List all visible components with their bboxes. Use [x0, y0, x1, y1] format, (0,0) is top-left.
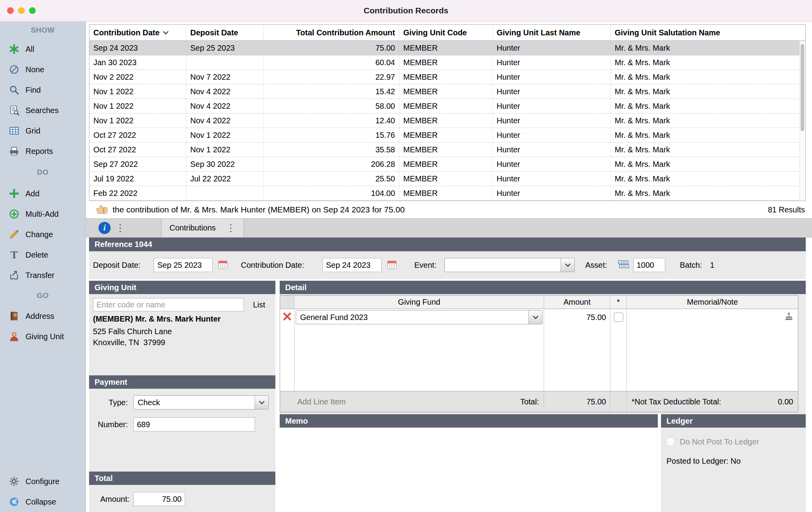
list-button[interactable]: List [253, 298, 265, 311]
table-cell: MEMBER [399, 41, 493, 55]
sidebar-item-label: Delete [25, 251, 48, 260]
sidebar-section-header-go: GO [0, 285, 86, 306]
giving-unit-person-icon [9, 331, 20, 342]
contribution-date-calendar-icon[interactable] [386, 259, 397, 270]
asset-banknotes-icon[interactable] [618, 259, 630, 269]
table-cell: MEMBER [399, 70, 493, 84]
ledger-header: Ledger [661, 414, 806, 428]
record-pointer-icon [96, 205, 108, 215]
not-tax-deductible-cell [610, 309, 627, 325]
giving-unit-search-input[interactable] [93, 298, 244, 311]
sidebar-item-grid[interactable]: Grid [0, 121, 86, 141]
table-row[interactable]: Jan 30 202360.04MEMBERHunterMr. & Mrs. M… [89, 55, 800, 70]
detail-column-star: * [610, 296, 627, 309]
sidebar-item-transfer[interactable]: Transfer [0, 265, 86, 285]
table-row[interactable]: Feb 22 2022104.00MEMBERHunterMr. & Mrs. … [89, 186, 800, 201]
scrollbar-thumb[interactable] [801, 44, 804, 131]
column-header-giving-unit-last-name[interactable]: Giving Unit Last Name [493, 25, 611, 40]
not-tax-deductible-checkbox[interactable] [614, 313, 623, 322]
posted-to-ledger-text: Posted to Ledger: No [666, 457, 741, 466]
column-header-contribution-date[interactable]: Contribution Date [89, 25, 186, 40]
remove-line-button[interactable] [280, 309, 295, 325]
asset-label: Asset: [585, 258, 607, 272]
chevron-down-icon[interactable] [255, 396, 268, 409]
sidebar-item-collapse[interactable]: Collapse [0, 492, 86, 512]
tab-bar: i ⋮ Contributions ⋮ [86, 218, 812, 238]
vertical-scrollbar[interactable] [799, 41, 805, 201]
column-header-giving-unit-salutation-name[interactable]: Giving Unit Salutation Name [611, 25, 805, 40]
deposit-date-input[interactable] [154, 258, 213, 272]
memo-input[interactable] [280, 428, 658, 512]
table-row[interactable]: Jul 19 2022Jul 22 202225.50MEMBERHunterM… [89, 172, 800, 186]
giving-fund-cell: General Fund 2023 [295, 309, 544, 325]
tab-contributions[interactable]: Contributions ⋮ [161, 219, 244, 237]
find-magnifier-icon [9, 84, 20, 95]
close-button[interactable] [7, 7, 14, 14]
table-cell: 206.28 [264, 157, 399, 171]
memorial-note-cell[interactable] [627, 309, 798, 325]
event-dropdown[interactable] [444, 258, 575, 272]
sidebar-item-find[interactable]: Find [0, 80, 86, 100]
detail-total-label: Total: [520, 397, 544, 406]
add-plus-icon [9, 188, 20, 199]
table-row[interactable]: Sep 24 2023Sep 25 202375.00MEMBERHunterM… [89, 41, 800, 55]
table-row[interactable]: Nov 1 2022Nov 4 202258.00MEMBERHunterMr.… [89, 99, 800, 113]
table-cell: Hunter [493, 172, 611, 186]
sidebar-section-header-show: SHOW [0, 22, 86, 39]
line-amount-cell[interactable]: 75.00 [544, 309, 610, 325]
sidebar-item-multi-add[interactable]: Multi-Add [0, 204, 86, 224]
detail-empty-cell [544, 325, 610, 391]
address-book-icon [9, 311, 20, 322]
sidebar-item-all[interactable]: All [0, 39, 86, 59]
info-icon[interactable]: i [98, 222, 111, 234]
chevron-down-icon[interactable] [528, 311, 542, 324]
column-header-deposit-date[interactable]: Deposit Date [186, 25, 264, 40]
table-cell: 15.42 [264, 84, 399, 99]
sidebar-item-giving-unit[interactable]: Giving Unit [0, 326, 86, 347]
deposit-date-calendar-icon[interactable] [217, 259, 228, 270]
table-cell: MEMBER [399, 143, 493, 157]
total-amount-input[interactable] [133, 492, 185, 506]
sidebar-item-delete[interactable]: TDelete [0, 245, 86, 265]
table-row[interactable]: Oct 27 2022Nov 1 202215.76MEMBERHunterMr… [89, 128, 800, 143]
zoom-button[interactable] [29, 7, 36, 14]
none-icon [9, 64, 20, 75]
payment-type-value: Check [134, 396, 255, 409]
contribution-records-table: Contribution DateDeposit DateTotal Contr… [89, 24, 806, 201]
table-cell: 35.58 [264, 143, 399, 157]
sidebar-item-configure[interactable]: Configure [0, 471, 86, 492]
add-line-item-button[interactable]: Add Line Item [280, 397, 346, 406]
sidebar-item-none[interactable]: None [0, 59, 86, 80]
sidebar-item-change[interactable]: Change [0, 224, 86, 245]
table-row[interactable]: Nov 2 2022Nov 7 202222.97MEMBERHunterMr.… [89, 70, 800, 84]
chevron-down-icon[interactable] [561, 258, 574, 272]
sidebar-item-reports[interactable]: Reports [0, 141, 86, 161]
contribution-date-input[interactable] [322, 258, 382, 272]
detail-empty-cell [280, 325, 295, 391]
event-value [445, 258, 561, 272]
payment-number-input[interactable] [133, 417, 255, 432]
column-header-giving-unit-code[interactable]: Giving Unit Code [399, 25, 493, 40]
table-cell: Oct 27 2022 [89, 143, 186, 157]
table-cell: Jul 19 2022 [89, 172, 186, 186]
payment-type-dropdown[interactable]: Check [133, 395, 269, 410]
sidebar-item-searches[interactable]: Searches [0, 100, 86, 121]
table-cell: Mr. & Mrs. Mark [611, 186, 800, 200]
do-not-post-checkbox[interactable] [666, 437, 675, 446]
column-header-total-contribution-amount[interactable]: Total Contribution Amount [264, 25, 399, 40]
detail-column-amount: Amount [544, 296, 610, 309]
sidebar-item-add[interactable]: Add [0, 183, 86, 204]
giving-unit-name: (MEMBER) Mr. & Mrs. Mark Hunter [93, 315, 221, 324]
sidebar-item-label: Multi-Add [25, 210, 58, 219]
table-cell [186, 186, 264, 200]
table-row[interactable]: Nov 1 2022Nov 4 202212.40MEMBERHunterMr.… [89, 113, 800, 128]
table-row[interactable]: Sep 27 2022Sep 30 2022206.28MEMBERHunter… [89, 157, 800, 172]
asset-input[interactable] [633, 258, 665, 272]
payment-header: Payment [89, 375, 275, 389]
sidebar-item-address[interactable]: Address [0, 306, 86, 326]
minimize-button[interactable] [18, 7, 25, 14]
table-row[interactable]: Oct 27 2022Nov 1 202235.58MEMBERHunterMr… [89, 143, 800, 157]
table-row[interactable]: Nov 1 2022Nov 4 202215.42MEMBERHunterMr.… [89, 84, 800, 99]
giving-fund-dropdown[interactable]: General Fund 2023 [296, 310, 543, 324]
stamp-icon[interactable] [784, 312, 794, 323]
